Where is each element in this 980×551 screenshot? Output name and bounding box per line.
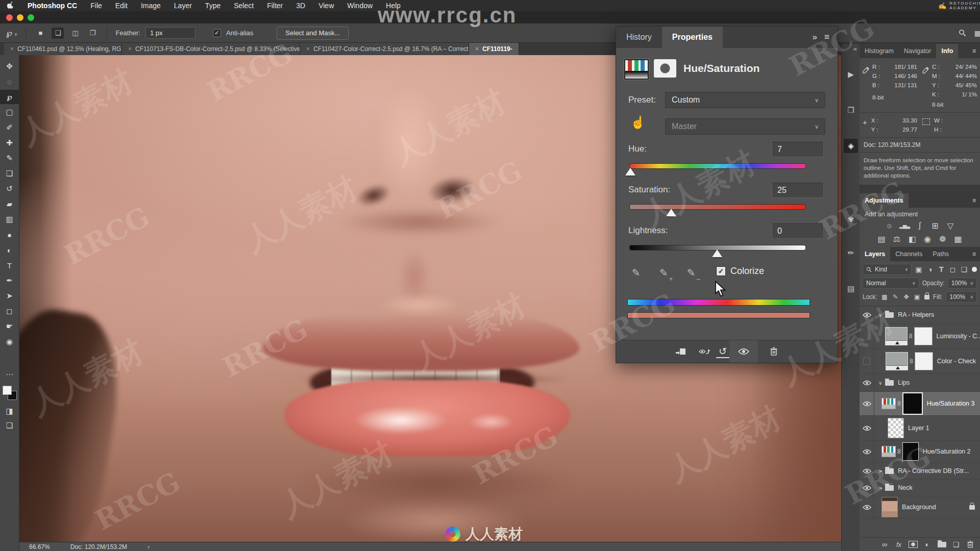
link-mask-icon[interactable]: 8 — [909, 333, 913, 340]
layer-row-group[interactable]: ∨ RA - Corrective DB (Str... — [860, 463, 980, 480]
brightness-contrast-icon[interactable]: ☼ — [881, 220, 897, 231]
channel-select[interactable]: Master∨ — [665, 118, 825, 135]
exposure-icon[interactable]: ⊞ — [927, 220, 943, 231]
filter-pixel-layers-icon[interactable]: ▣ — [914, 264, 923, 274]
brushes-panel-icon[interactable]: ✾ — [844, 212, 858, 227]
panel-menu-icon[interactable]: ≡ — [968, 44, 980, 58]
document-size[interactable]: Doc: 120.2M/153.2M — [70, 543, 127, 550]
tab-info[interactable]: Info — [936, 44, 958, 58]
hue-saturation-thumbnail[interactable] — [881, 446, 896, 457]
link-mask-icon[interactable]: 8 — [897, 400, 901, 407]
panel-menu-icon[interactable]: ≡ — [968, 247, 980, 261]
edit-toolbar-button[interactable]: ⋯ — [0, 367, 19, 382]
visibility-toggle[interactable] — [860, 324, 874, 348]
clone-stamp-tool[interactable]: ❏ — [0, 166, 19, 181]
lock-pixels-icon[interactable]: ✎ — [892, 292, 899, 302]
black-white-icon[interactable]: ◧ — [904, 233, 920, 244]
menu-select[interactable]: Select — [234, 2, 254, 10]
delete-adjustment-button[interactable] — [762, 343, 786, 360]
lasso-tool[interactable]: ℘ — [0, 90, 19, 104]
brush-tool[interactable]: ✎ — [0, 151, 19, 165]
apple-menu-icon[interactable] — [7, 2, 14, 10]
filter-type-layers-icon[interactable]: T — [937, 264, 946, 274]
tab-navigator[interactable]: Navigator — [899, 44, 937, 58]
layer-row-group[interactable]: ∨ Lips — [860, 374, 980, 392]
antialias-checkbox[interactable]: ✓ — [213, 29, 221, 37]
history-brush-tool[interactable]: ↺ — [0, 182, 19, 196]
color-lookup-icon[interactable]: ▦ — [950, 233, 966, 244]
document-tab[interactable]: × CF110713-FS-DB-Color-Correct-2.5.psd @… — [122, 42, 300, 55]
select-and-mask-button[interactable]: Select and Mask... — [277, 27, 349, 40]
close-window-button[interactable] — [6, 14, 13, 21]
view-previous-state-button[interactable] — [693, 343, 716, 360]
close-tab-icon[interactable]: × — [10, 45, 14, 53]
layer-row-group[interactable]: ∨ Neck — [860, 480, 980, 496]
layer-row-selected[interactable]: 8 Hue/Saturation 3 — [860, 392, 980, 416]
collapse-dock-icon[interactable]: « — [853, 45, 857, 53]
feather-input[interactable]: 1 px — [145, 27, 195, 39]
lightness-value-input[interactable]: 0 — [772, 223, 824, 239]
layer-mask-thumbnail[interactable] — [915, 352, 933, 370]
layer-row-group[interactable]: ∨ RA - Helpers — [860, 306, 980, 324]
menu-file[interactable]: File — [90, 2, 102, 10]
panel-menu-icon[interactable]: ≡ — [968, 193, 980, 208]
link-mask-icon[interactable]: 8 — [910, 358, 913, 365]
visibility-toggle[interactable] — [860, 392, 874, 415]
shape-tool[interactable]: ◻ — [0, 304, 19, 318]
menu-help[interactable]: Help — [386, 2, 401, 10]
foreground-color-swatch[interactable] — [3, 386, 12, 395]
photo-filter-icon[interactable]: ◉ — [920, 233, 935, 244]
lightness-slider-handle[interactable] — [712, 249, 722, 257]
lasso-tool-preset-icon[interactable]: ℘∨ — [6, 28, 17, 38]
eyedropper-tool[interactable]: ✐ — [0, 120, 19, 135]
intersect-selection-mode-button[interactable]: ❐ — [86, 28, 99, 39]
visibility-toggle[interactable] — [860, 480, 874, 496]
menu-layer[interactable]: Layer — [174, 2, 192, 10]
saturation-slider-handle[interactable] — [666, 209, 676, 216]
healing-brush-tool[interactable]: ✚ — [0, 136, 19, 150]
vibrance-icon[interactable]: ▽ — [943, 220, 958, 231]
link-layers-icon[interactable]: ∞ — [878, 539, 891, 549]
subtract-selection-mode-button[interactable]: ◫ — [69, 28, 81, 39]
pen-tool[interactable]: ✒ — [0, 273, 19, 288]
layer-row[interactable]: Layer 1 — [860, 416, 980, 441]
history-panel-icon[interactable]: ❒ — [844, 103, 858, 117]
new-group-icon[interactable] — [935, 539, 948, 549]
tab-adjustments[interactable]: Adjustments — [860, 193, 909, 208]
channel-mixer-icon[interactable]: ❁ — [935, 233, 950, 244]
add-selection-mode-button[interactable]: ❏ — [52, 28, 64, 39]
visibility-toggle[interactable] — [860, 374, 874, 391]
menu-type[interactable]: Type — [205, 2, 220, 10]
screen-mode-button[interactable]: ❏ — [0, 418, 19, 433]
status-chevron-icon[interactable]: › — [148, 543, 150, 550]
layer-mask-thumbnail[interactable] — [902, 442, 919, 461]
layer-row-background[interactable]: Background — [860, 496, 980, 518]
group-expand-icon[interactable]: ∨ — [877, 469, 883, 472]
visibility-toggle[interactable] — [860, 416, 874, 440]
curves-icon[interactable]: ∫ — [912, 220, 927, 231]
filter-adjustment-layers-icon[interactable]: ◑ — [926, 264, 935, 274]
lock-transparency-icon[interactable]: ▩ — [881, 292, 888, 302]
sample-eyedropper-icon[interactable]: ✐ — [629, 268, 642, 277]
clone-source-panel-icon[interactable]: ▤ — [844, 282, 858, 296]
targeted-adjustment-icon[interactable]: ☝ — [630, 115, 646, 130]
type-tool[interactable]: T — [0, 258, 19, 272]
tab-channels[interactable]: Channels — [890, 247, 927, 261]
visibility-toggle[interactable] — [860, 349, 874, 373]
toggle-visibility-button[interactable] — [729, 340, 758, 363]
quick-mask-button[interactable]: ◨ — [0, 404, 19, 418]
3d-panel-icon[interactable]: ◈ — [844, 139, 858, 153]
mask-icon[interactable] — [654, 59, 676, 78]
preset-select[interactable]: Custom∨ — [665, 92, 825, 108]
move-tool[interactable]: ✥ — [0, 59, 19, 73]
tab-properties[interactable]: Properties — [662, 27, 723, 48]
layer-row-adjustment[interactable]: 8 Color - Check — [860, 349, 980, 374]
menu-3d[interactable]: 3D — [296, 2, 305, 10]
menu-view[interactable]: View — [318, 2, 334, 10]
eraser-tool[interactable]: ▰ — [0, 197, 19, 211]
filter-shape-layers-icon[interactable]: ◻ — [948, 264, 957, 274]
add-sample-eyedropper-icon[interactable]: ✐ — [657, 268, 669, 277]
minimize-window-button[interactable] — [17, 14, 23, 21]
document-tab[interactable]: × CF110427-Color-Correct-2.5.psd @ 16.7%… — [300, 42, 469, 55]
layer-row-adjustment[interactable]: 8 Hue/Saturation 2 — [860, 441, 980, 463]
